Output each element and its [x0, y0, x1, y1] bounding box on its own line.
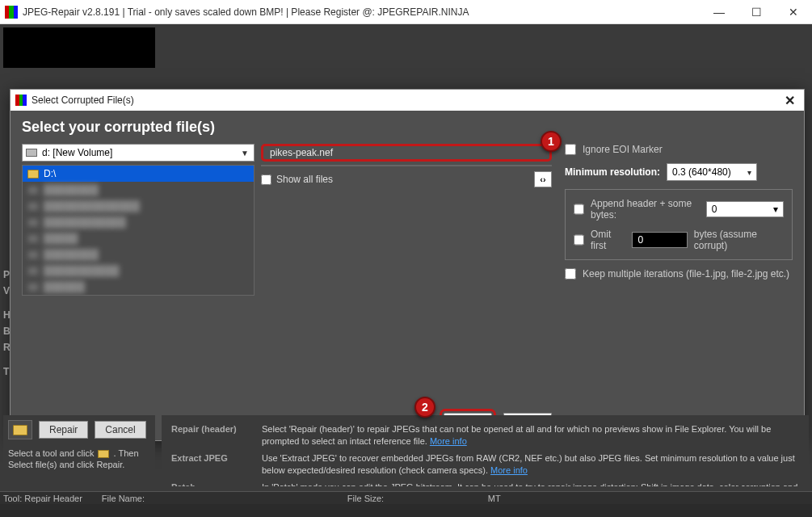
- dialog-close-button[interactable]: ✕: [780, 93, 799, 108]
- drive-select[interactable]: d: [New Volume] ▼: [22, 144, 255, 162]
- show-all-files-option[interactable]: Show all files: [261, 174, 333, 185]
- help-right: Repair (header) Select 'Repair (header)'…: [162, 415, 809, 486]
- folder-row[interactable]: ████████: [23, 182, 254, 198]
- drive-icon: [26, 149, 37, 157]
- folder-row[interactable]: █████: [23, 230, 254, 246]
- help-text: Select 'Repair (header)' to repair JPEGs…: [262, 424, 771, 446]
- ignore-eoi-label: Ignore EOI Marker: [583, 144, 663, 155]
- status-filesize: File Size:: [347, 494, 469, 503]
- folder-list[interactable]: D:\ ████████ ██████████████ ████████████…: [22, 165, 255, 296]
- folder-row[interactable]: ████████: [23, 246, 254, 263]
- help-row: Extract JPEG Use 'Extract JPEG' to recov…: [171, 452, 799, 480]
- help-text: In 'Patch' mode you can edit the JPEG bi…: [262, 482, 797, 486]
- folder-row[interactable]: ██████: [23, 279, 254, 295]
- window-title: JPEG-Repair v2.8.191 | Trial - only save…: [23, 6, 701, 18]
- omit-first-checkbox[interactable]: [574, 234, 584, 246]
- open-folder-button[interactable]: [8, 420, 32, 439]
- ignore-eoi-option[interactable]: Ignore EOI Marker: [565, 144, 793, 155]
- status-filename: File Name:: [102, 494, 328, 503]
- minimize-button[interactable]: —: [701, 0, 738, 24]
- show-all-label: Show all files: [276, 174, 333, 185]
- keep-iter-checkbox[interactable]: [565, 268, 576, 280]
- maximize-button[interactable]: ☐: [738, 0, 775, 24]
- omit-first-label: Omit first: [591, 229, 625, 251]
- help-row: Patch In 'Patch' mode you can edit the J…: [171, 481, 799, 486]
- app-icon: [5, 6, 18, 19]
- preview-thumbnail: [3, 27, 155, 68]
- filename-input[interactable]: pikes-peak.nef: [261, 144, 552, 162]
- repair-button[interactable]: Repair: [39, 421, 88, 439]
- omit-suffix: bytes (assume corrupt): [694, 229, 784, 251]
- help-text: Use 'Extract JPEG' to recover embedded J…: [262, 453, 795, 475]
- cancel-repair-button[interactable]: Cancel: [95, 421, 145, 439]
- help-bar: Repair Cancel Select a tool and click . …: [3, 415, 809, 486]
- append-header-option[interactable]: Append header + some bytes: 0 ▾: [574, 198, 784, 221]
- folder-row-selected[interactable]: D:\: [23, 166, 254, 182]
- advanced-panel: Append header + some bytes: 0 ▾ Omit fir…: [565, 189, 793, 260]
- min-res-label: Minimum resolution:: [565, 166, 660, 178]
- file-list[interactable]: [261, 165, 552, 166]
- chevron-down-icon: ▾: [773, 204, 778, 215]
- dialog-heading: Select your corrupted file(s): [22, 119, 793, 136]
- chevron-down-icon: ▼: [241, 149, 249, 158]
- folder-icon: [27, 170, 39, 179]
- folder-row[interactable]: ██████████████: [23, 198, 254, 214]
- folder-row[interactable]: ████████████: [23, 214, 254, 230]
- main-area: PVHBRT Select Corrupted File(s) ✕ Select…: [0, 24, 812, 504]
- keep-iterations-option[interactable]: Keep multiple iterations (file-1.jpg, fi…: [565, 268, 793, 280]
- callout-1: 1: [541, 131, 562, 152]
- min-res-value: 0.3 (640*480): [672, 166, 731, 178]
- omit-first-option[interactable]: Omit first 0 bytes (assume corrupt): [574, 229, 784, 251]
- drive-label: d: [New Volume]: [42, 147, 112, 158]
- omit-value-input[interactable]: 0: [632, 232, 687, 248]
- keep-iter-label: Keep multiple iterations (file-1.jpg, fi…: [583, 268, 789, 280]
- expand-icon: ‹›: [540, 174, 545, 184]
- help-left: Repair Cancel Select a tool and click . …: [3, 415, 155, 486]
- close-button[interactable]: ✕: [775, 0, 812, 24]
- window-buttons: — ☐ ✕: [701, 0, 812, 24]
- append-value-select[interactable]: 0 ▾: [706, 201, 784, 217]
- dialog-titlebar: Select Corrupted File(s) ✕: [11, 90, 804, 111]
- status-tool: Tool: Repair Header: [3, 494, 82, 503]
- folder-label: D:\: [44, 168, 56, 179]
- dialog-icon: [15, 95, 27, 106]
- folder-icon: [98, 450, 109, 458]
- append-value: 0: [712, 204, 717, 215]
- filename-value: pikes-peak.nef: [270, 147, 333, 158]
- omit-value: 0: [637, 234, 643, 246]
- help-label: Extract JPEG: [171, 452, 260, 480]
- folder-icon: [13, 425, 27, 435]
- append-header-checkbox[interactable]: [574, 204, 584, 215]
- help-label: Repair (header): [171, 423, 260, 451]
- status-bar: Tool: Repair Header File Name: File Size…: [0, 491, 812, 504]
- dialog-title: Select Corrupted File(s): [32, 95, 780, 106]
- append-header-label: Append header + some bytes:: [591, 198, 700, 221]
- folder-row[interactable]: ███████████: [23, 263, 254, 279]
- help-label: Patch: [171, 481, 260, 486]
- titlebar: JPEG-Repair v2.8.191 | Trial - only save…: [0, 0, 812, 24]
- show-all-checkbox[interactable]: [261, 174, 271, 185]
- help-row: Repair (header) Select 'Repair (header)'…: [171, 423, 799, 451]
- more-info-link[interactable]: More info: [490, 465, 528, 475]
- chevron-down-icon: ▾: [747, 168, 751, 177]
- select-files-dialog: Select Corrupted File(s) ✕ Select your c…: [10, 89, 805, 441]
- more-info-link[interactable]: More info: [430, 436, 467, 446]
- help-hint: Select a tool and click . Then Select fi…: [8, 448, 150, 470]
- ignore-eoi-checkbox[interactable]: [565, 144, 576, 155]
- expand-button[interactable]: ‹›: [534, 171, 552, 187]
- status-mt: MT: [488, 494, 501, 503]
- callout-2: 2: [414, 397, 435, 418]
- min-res-select[interactable]: 0.3 (640*480) ▾: [667, 163, 757, 181]
